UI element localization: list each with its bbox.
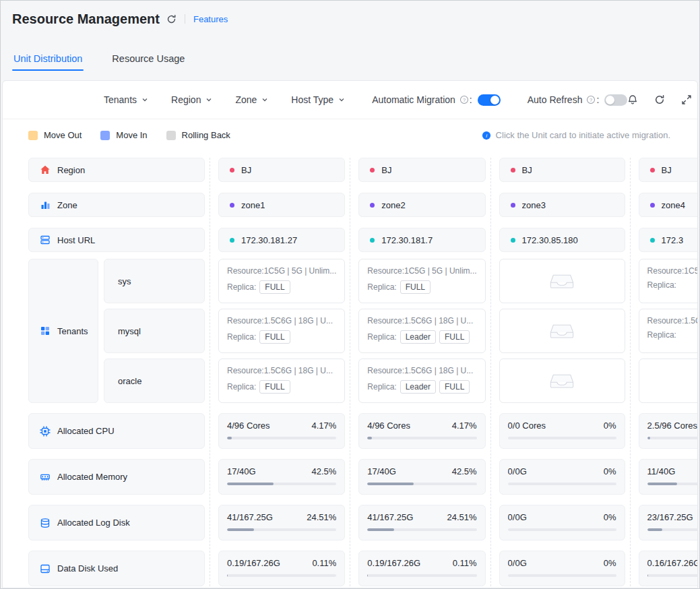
log-disk-value: 41/167.25G (227, 512, 273, 522)
log-disk-value: 41/167.25G (367, 512, 413, 522)
host-url-value: 172.30.181.27 (241, 235, 297, 245)
allocated-log-disk-cell: 41/167.25G24.51% (358, 505, 485, 540)
unit-card-oracle[interactable]: Resource:1.5C6G | 18G | U... Replica:FUL… (218, 359, 345, 403)
fullscreen-icon (681, 94, 692, 105)
zone-label: Zone (57, 200, 77, 210)
host-dot (230, 238, 234, 243)
memory-progress (508, 483, 616, 485)
host-dot (650, 238, 655, 243)
data-disk-progress (227, 574, 336, 577)
host-url-label-cell: Host URL (28, 228, 205, 252)
notification-bell-button[interactable] (627, 94, 638, 105)
data-disk-percent: 0.11% (453, 558, 477, 568)
memory-value: 17/40G (367, 466, 396, 476)
host-url-value-cell: 172.3 (639, 228, 697, 252)
tenants-grid-icon (40, 326, 51, 336)
filter-group: Tenants Region Zone Host Type (104, 94, 345, 105)
help-question-icon: ? (586, 95, 596, 104)
data-disk-percent: 0.11% (312, 558, 336, 568)
data-disk-value: 0/0G (508, 558, 527, 568)
legend-move-in: Move In (100, 130, 147, 140)
zone-dot (650, 203, 655, 208)
unit-card-sys[interactable]: Resource:1C5G | 5G | Unlim... Replica:FU… (218, 259, 345, 303)
unit-cards (499, 259, 625, 403)
replica-label: Replica: (367, 282, 396, 292)
log-disk-progress (367, 528, 476, 531)
tenants-filter-label: Tenants (104, 94, 137, 105)
replica-tag: FULL (259, 280, 290, 294)
bell-icon (627, 94, 638, 105)
fullscreen-button[interactable] (681, 94, 692, 105)
replica-label: Replica: (227, 382, 256, 392)
zone-filter-dropdown[interactable]: Zone (235, 94, 268, 105)
replica-label: Replica: (227, 332, 256, 342)
memory-value: 11/40G (647, 466, 676, 476)
cpu-value: 0/0 Cores (508, 421, 546, 431)
reload-icon (166, 14, 177, 24)
zone-value: zone4 (662, 200, 685, 210)
region-dot (511, 168, 515, 173)
allocated-log-disk-cell: 0/0G0% (499, 505, 625, 540)
log-disk-value: 23/167.25G (647, 512, 693, 522)
bar-chart-icon (40, 199, 51, 210)
allocated-log-disk-label: Allocated Log Disk (57, 518, 130, 528)
rolling-back-swatch (166, 131, 176, 140)
zone-value-cell: zone2 (358, 193, 485, 217)
tab-unit-distribution[interactable]: Unit Distribution (12, 53, 84, 75)
move-in-swatch (100, 131, 110, 140)
cpu-percent: 0% (604, 421, 616, 431)
host-url-value: 172.30.181.7 (381, 235, 433, 245)
region-value-cell: BJ (639, 158, 697, 182)
cpu-icon (40, 426, 51, 437)
allocated-cpu-label-cell: Allocated CPU (28, 413, 205, 449)
chevron-down-icon (205, 96, 212, 103)
unit-card-mysql[interactable]: Resource:1.5C6G | 18G | U... Replica:FUL… (218, 309, 345, 353)
zone-value-cell: zone3 (499, 193, 625, 217)
toolbar-actions (627, 94, 692, 105)
allocated-memory-cell: 17/40G42.5% (218, 459, 345, 495)
replica-label: Replica: (647, 330, 676, 340)
rolling-back-label: Rolling Back (182, 130, 230, 140)
memory-value: 0/0G (508, 466, 527, 476)
legend-rolling-back: Rolling Back (166, 130, 230, 140)
region-filter-dropdown[interactable]: Region (171, 94, 212, 105)
host-type-filter-dropdown[interactable]: Host Type (291, 94, 345, 105)
auto-refresh-toggle[interactable] (604, 94, 627, 106)
tenants-filter-dropdown[interactable]: Tenants (104, 94, 148, 105)
region-value-cell: BJ (218, 158, 345, 182)
zone-dot (230, 203, 234, 208)
empty-unit-card (499, 309, 625, 353)
page-header: Resource Management Features (1, 1, 699, 32)
memory-percent: 42.5% (311, 466, 336, 476)
unit-card-sys[interactable]: Resource:1C5G | 5G | Unlim... Replica: (639, 259, 697, 303)
toggle-knob (606, 96, 614, 104)
data-disk-progress (367, 574, 476, 577)
allocated-memory-cell: 0/0G0% (499, 459, 625, 495)
allocated-cpu-label: Allocated CPU (57, 426, 115, 436)
automatic-migration-toggle[interactable] (478, 94, 501, 106)
blank-unit-card (639, 359, 697, 403)
region-dot (370, 168, 375, 173)
log-disk-percent: 24.51% (307, 512, 336, 522)
features-link[interactable]: Features (193, 14, 228, 24)
region-dot (230, 168, 234, 173)
allocated-memory-label-cell: Allocated Memory (28, 459, 205, 495)
host-url-value-cell: 172.30.181.27 (218, 228, 345, 252)
allocated-memory-cell: 17/40G42.5% (358, 459, 485, 495)
unit-card-oracle[interactable]: Resource:1.5C6G | 18G | U... Replica:Lea… (358, 359, 485, 403)
data-disk-value: 0.19/167.26G (367, 558, 420, 568)
zone-value-cell: zone4 (639, 193, 697, 217)
log-disk-percent: 0% (604, 512, 616, 522)
replica-label: Replica: (367, 382, 396, 392)
reload-page-button[interactable] (166, 14, 177, 24)
unit-card-mysql[interactable]: Resource:1.5C6G | 18G | U... Replica:Lea… (358, 309, 485, 353)
unit-distribution-panel: Tenants Region Zone Host Type Automatic (2, 80, 698, 588)
unit-distribution-grid: Region Zone Host URL Tenants sys (3, 151, 697, 588)
unit-card-sys[interactable]: Resource:1C5G | 5G | Unlim... Replica:FU… (358, 259, 485, 303)
host-column-3: BJ zone3 172.30.85.180 (490, 158, 625, 588)
empty-unit-card (499, 359, 625, 403)
unit-card-mysql[interactable]: Resource:1.5C6G | 18G | U... Replica: (639, 309, 697, 353)
refresh-button[interactable] (654, 94, 665, 105)
tab-resource-usage[interactable]: Resource Usage (110, 53, 186, 75)
zone-dot (370, 203, 375, 208)
